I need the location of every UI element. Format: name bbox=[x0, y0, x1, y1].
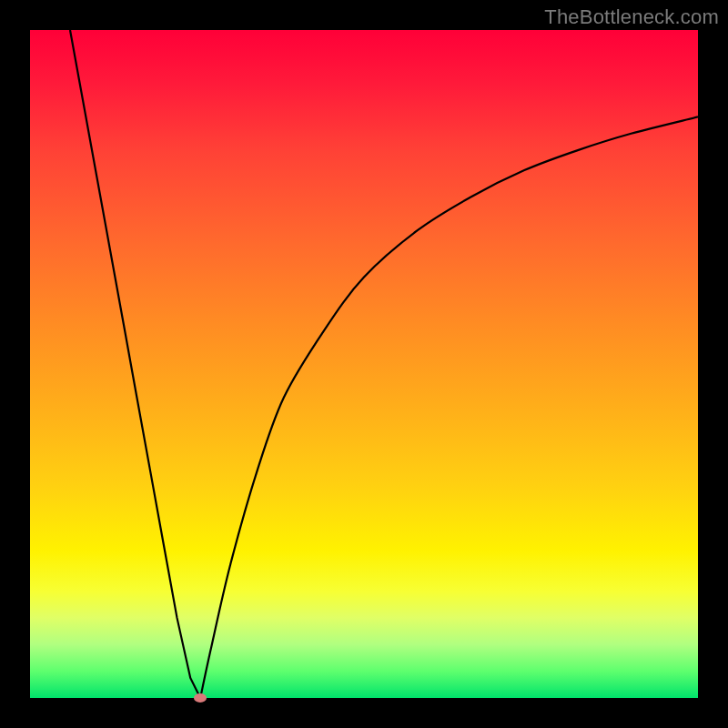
bottleneck-curve bbox=[30, 30, 698, 698]
curve-left-branch bbox=[70, 30, 200, 698]
watermark-text: TheBottleneck.com bbox=[544, 5, 719, 29]
plot-area bbox=[30, 30, 698, 698]
minimum-marker bbox=[194, 693, 207, 703]
curve-right-branch bbox=[200, 116, 698, 698]
chart-frame: TheBottleneck.com bbox=[0, 0, 728, 728]
